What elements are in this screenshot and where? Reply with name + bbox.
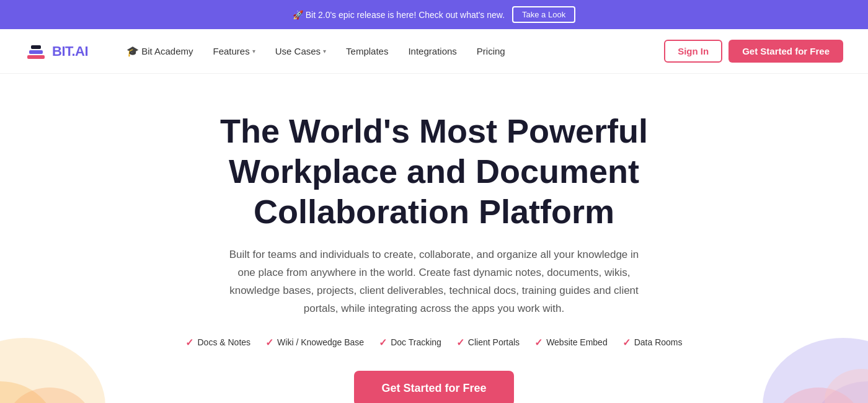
take-a-look-button[interactable]: Take a Look bbox=[512, 6, 575, 23]
nav-use-cases[interactable]: Use Cases ▾ bbox=[267, 41, 335, 61]
get-started-hero-button[interactable]: Get Started for Free bbox=[354, 371, 513, 403]
nav-features[interactable]: Features ▾ bbox=[205, 41, 264, 61]
nav-templates[interactable]: Templates bbox=[337, 41, 397, 61]
nav-links: 🎓 Bit Academy Features ▾ Use Cases ▾ Tem… bbox=[118, 40, 664, 62]
logo[interactable]: BIT.AI bbox=[25, 40, 88, 63]
use-cases-chevron: ▾ bbox=[323, 48, 326, 55]
check-embed-icon: ✓ bbox=[534, 337, 542, 348]
feature-website-embed: ✓ Website Embed bbox=[534, 337, 608, 348]
feature-docs: ✓ Docs & Notes bbox=[185, 337, 250, 348]
hero-section: The World's Most Powerful Workplace and … bbox=[0, 74, 868, 403]
hero-subtitle: Built for teams and individuals to creat… bbox=[223, 246, 645, 318]
hero-title: The World's Most Powerful Workplace and … bbox=[167, 111, 701, 231]
nav-academy[interactable]: 🎓 Bit Academy bbox=[118, 40, 202, 62]
announcement-text: 🚀 Bit 2.0's epic release is here! Check … bbox=[293, 10, 505, 20]
check-portals-icon: ✓ bbox=[456, 337, 464, 348]
academy-emoji: 🎓 bbox=[126, 45, 139, 57]
feature-wiki: ✓ Wiki / Knowedge Base bbox=[265, 337, 364, 348]
svg-rect-2 bbox=[31, 45, 41, 49]
check-tracking-icon: ✓ bbox=[379, 337, 387, 348]
features-chevron: ▾ bbox=[252, 48, 255, 55]
blob-right bbox=[719, 307, 868, 403]
logo-icon bbox=[25, 40, 47, 63]
feature-data-rooms: ✓ Data Rooms bbox=[622, 337, 683, 348]
nav-actions: Sign In Get Started for Free bbox=[664, 40, 843, 63]
svg-rect-0 bbox=[27, 55, 45, 59]
feature-doc-tracking: ✓ Doc Tracking bbox=[379, 337, 441, 348]
svg-rect-1 bbox=[29, 50, 43, 54]
sign-in-button[interactable]: Sign In bbox=[664, 40, 722, 63]
logo-text: BIT.AI bbox=[52, 43, 88, 60]
blob-left bbox=[0, 307, 124, 403]
check-wiki-icon: ✓ bbox=[265, 337, 273, 348]
check-docs-icon: ✓ bbox=[185, 337, 193, 348]
get-started-nav-button[interactable]: Get Started for Free bbox=[728, 40, 843, 63]
feature-client-portals: ✓ Client Portals bbox=[456, 337, 520, 348]
announcement-bar: 🚀 Bit 2.0's epic release is here! Check … bbox=[0, 0, 868, 29]
nav-integrations[interactable]: Integrations bbox=[399, 41, 465, 61]
check-rooms-icon: ✓ bbox=[622, 337, 631, 348]
nav-pricing[interactable]: Pricing bbox=[468, 41, 514, 61]
navbar: BIT.AI 🎓 Bit Academy Features ▾ Use Case… bbox=[0, 29, 868, 74]
